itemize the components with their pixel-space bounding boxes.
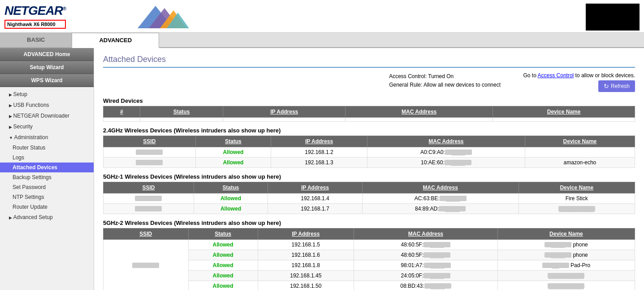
access-control-link[interactable]: Access Control	[538, 72, 574, 79]
sidebar-subitem-attached-devices[interactable]: Attached Devices	[0, 163, 94, 172]
w5g2-col-ssid[interactable]: SSID	[104, 228, 189, 240]
sidebar-item-advanced-setup[interactable]: Advanced Setup	[0, 212, 94, 223]
sidebar-item-usb-functions[interactable]: USB Functions	[0, 100, 94, 110]
sidebar-subitem-ntp-settings[interactable]: NTP Settings	[0, 192, 94, 202]
wired-devices-title: Wired Devices	[103, 97, 635, 104]
netgear-logo-graphic	[133, 4, 191, 28]
sidebar: ADVANCED Home Setup Wizard WPS Wizard Se…	[0, 48, 94, 290]
w24-col-status[interactable]: Status	[195, 136, 271, 147]
sidebar-subitem-backup-settings[interactable]: Backup Settings	[0, 172, 94, 182]
main-content: Attached Devices Access Control: Turned …	[94, 48, 644, 290]
w5g1-col-mac[interactable]: MAC Address	[362, 182, 519, 193]
access-status-line1: Access Control: Turned On	[389, 72, 501, 81]
w5g1-col-ssid[interactable]: SSID	[104, 182, 194, 193]
w5g2-col-status[interactable]: Status	[188, 228, 258, 240]
w5g1-col-status[interactable]: Status	[194, 182, 268, 193]
tab-bar: BASIC ADVANCED	[0, 33, 644, 48]
sidebar-subitem-router-status[interactable]: Router Status	[0, 143, 94, 153]
w5g2-col-device[interactable]: Device Name	[497, 228, 635, 240]
wired-col-ip[interactable]: IP Address	[223, 106, 346, 118]
sidebar-setup-wizard[interactable]: Setup Wizard	[0, 61, 94, 74]
wired-devices-table: # Status IP Address MAC Address Device N…	[103, 106, 635, 122]
sidebar-sections: Setup USB Functions NETGEAR Downloader S…	[0, 87, 94, 224]
wireless-24-title: 2.4GHz Wireless Devices (Wireless intrud…	[103, 127, 635, 134]
wired-col-status[interactable]: Status	[140, 106, 223, 118]
access-status-line2: General Rule: Allow all new devices to c…	[389, 81, 501, 89]
table-row: XXXXXXX Allowed 192.168.1.5 48:60:5F:███…	[104, 240, 635, 250]
wired-col-mac[interactable]: MAC Address	[346, 106, 493, 118]
logo-area: NETGEAR® Nighthawk X6 R8000	[4, 4, 66, 29]
wireless-24-table: SSID Status IP Address MAC Address Devic…	[103, 136, 635, 168]
w24-col-device[interactable]: Device Name	[525, 136, 635, 147]
wireless-5g1-title: 5GHz-1 Wireless Devices (Wireless intrud…	[103, 173, 635, 180]
page-title: Attached Devices	[103, 55, 635, 68]
access-link-area: Go to Access Control to allow or block d…	[519, 72, 635, 92]
sidebar-item-security[interactable]: Security	[0, 121, 94, 132]
wired-col-hash[interactable]: #	[104, 106, 140, 118]
w5g1-col-ip[interactable]: IP Address	[268, 182, 363, 193]
table-row: XXXXXXX Allowed 192.168.1.3 10:AE:60:███…	[104, 158, 635, 168]
tab-advanced[interactable]: ADVANCED	[72, 33, 159, 48]
sidebar-wps-wizard[interactable]: WPS Wizard	[0, 74, 94, 87]
layout: ADVANCED Home Setup Wizard WPS Wizard Se…	[0, 48, 644, 290]
sidebar-item-netgear-downloader[interactable]: NETGEAR Downloader	[0, 110, 94, 121]
w5g2-col-mac[interactable]: MAC Address	[354, 228, 497, 240]
w5g2-col-ip[interactable]: IP Address	[258, 228, 354, 240]
sidebar-subitem-logs[interactable]: Logs	[0, 153, 94, 163]
sidebar-advanced-home[interactable]: ADVANCED Home	[0, 48, 94, 61]
wireless-5g1-table: SSID Status IP Address MAC Address Devic…	[103, 182, 635, 214]
access-control-bar: Access Control: Turned On General Rule: …	[103, 72, 635, 92]
w24-col-ip[interactable]: IP Address	[271, 136, 367, 147]
wireless-5g2-title: 5GHz-2 Wireless Devices (Wireless intrud…	[103, 220, 635, 226]
sidebar-item-setup[interactable]: Setup	[0, 89, 94, 100]
table-row	[104, 118, 635, 122]
w5g1-col-device[interactable]: Device Name	[519, 182, 635, 193]
wired-col-device[interactable]: Device Name	[493, 106, 635, 118]
netgear-logo: NETGEAR®	[4, 4, 66, 18]
sidebar-subitem-set-password[interactable]: Set Password	[0, 182, 94, 192]
access-link-suffix: to allow or block devices.	[574, 72, 635, 79]
table-row: XXXXXXX Allowed 192.168.1.4 AC:63:BE:███…	[104, 193, 635, 204]
model-name: Nighthawk X6 R8000	[4, 20, 66, 29]
header: NETGEAR® Nighthawk X6 R8000	[0, 0, 644, 33]
w24-col-mac[interactable]: MAC Address	[367, 136, 525, 147]
refresh-button[interactable]: Refresh	[598, 80, 635, 92]
header-right-block	[586, 4, 640, 31]
table-row: XXXXXXX Allowed 192.168.1.2 A0:C9:A0:███…	[104, 147, 635, 158]
table-row: XXXXXXX Allowed 192.168.1.7 84:89:AD:███…	[104, 204, 635, 214]
tab-basic[interactable]: BASIC	[0, 33, 72, 47]
wireless-5g2-table: SSID Status IP Address MAC Address Devic…	[103, 228, 635, 290]
w24-col-ssid[interactable]: SSID	[104, 136, 196, 147]
access-control-info: Access Control: Turned On General Rule: …	[389, 72, 501, 89]
access-link-prefix: Go to	[523, 72, 538, 79]
sidebar-subitem-router-update[interactable]: Router Update	[0, 202, 94, 212]
sidebar-item-administration[interactable]: Administration	[0, 132, 94, 143]
